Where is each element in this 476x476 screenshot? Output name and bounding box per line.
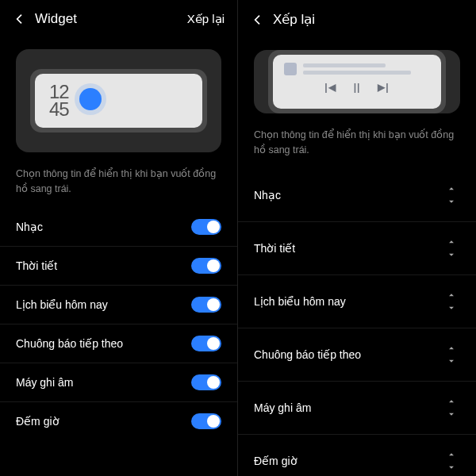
clock-minutes: 45 — [49, 101, 69, 118]
reorder-handle-icon[interactable] — [443, 286, 460, 317]
list-item[interactable]: Chuông báo tiếp theo — [238, 328, 476, 382]
toggle-switch[interactable] — [191, 297, 221, 313]
widget-toggle-list: Nhạc Thời tiết Lịch biểu hôm nay Chuông … — [0, 208, 237, 440]
clock-indicator-dot — [79, 88, 102, 110]
item-label: Lịch biểu hôm nay — [16, 298, 108, 311]
pause-icon: || — [354, 82, 361, 93]
widget-preview: 12 45 — [16, 49, 221, 152]
media-text-lines — [303, 63, 430, 75]
reorder-handle-icon[interactable] — [443, 446, 460, 476]
reorder-handle-icon[interactable] — [443, 180, 460, 210]
item-label: Thời tiết — [254, 242, 295, 255]
description-text: Chọn thông tin để hiển thị khi bạn vuốt … — [238, 125, 476, 169]
media-controls: |◀ || ▶| — [324, 82, 389, 93]
toggle-switch[interactable] — [191, 413, 221, 429]
item-label: Nhạc — [254, 189, 281, 202]
list-item[interactable]: Lịch biểu hôm nay — [238, 275, 476, 328]
toggle-switch[interactable] — [191, 336, 221, 351]
track-artist-placeholder — [303, 71, 411, 75]
preview-frame: |◀ || ▶| — [268, 50, 446, 113]
list-item[interactable]: Máy ghi âm — [0, 363, 237, 402]
back-icon[interactable] — [251, 13, 265, 27]
item-label: Máy ghi âm — [16, 376, 73, 389]
item-label: Đếm giờ — [254, 455, 298, 467]
widget-settings-pane: Widget Xếp lại 12 45 Chọn thông tin để h… — [0, 0, 238, 476]
toggle-switch[interactable] — [191, 258, 221, 274]
header: Widget Xếp lại — [0, 0, 237, 36]
reorder-action[interactable]: Xếp lại — [187, 12, 225, 26]
media-info — [284, 63, 430, 75]
page-title: Widget — [35, 11, 179, 27]
description-text: Chọn thông tin để hiển thị khi bạn vuốt … — [0, 163, 237, 208]
preview-frame: 12 45 — [30, 69, 207, 132]
back-icon[interactable] — [13, 12, 27, 26]
list-item[interactable]: Nhạc — [0, 208, 237, 247]
item-label: Đếm giờ — [16, 415, 60, 428]
list-item[interactable]: Đếm giờ — [0, 402, 237, 440]
item-label: Máy ghi âm — [254, 401, 311, 414]
widget-reorder-list: Nhạc Thời tiết Lịch biểu hôm nay Chuông … — [238, 169, 476, 477]
toggle-switch[interactable] — [191, 374, 221, 390]
item-label: Nhạc — [16, 221, 43, 233]
prev-track-icon: |◀ — [324, 82, 336, 93]
clock-time: 12 45 — [49, 83, 69, 117]
reorder-pane: Xếp lại |◀ || ▶| Chọn thông tin để hiể — [238, 0, 476, 476]
item-label: Lịch biểu hôm nay — [254, 295, 346, 308]
media-widget-card: |◀ || ▶| — [273, 55, 441, 109]
reorder-handle-icon[interactable] — [443, 233, 460, 263]
album-art-icon — [284, 63, 297, 75]
list-item[interactable]: Nhạc — [238, 169, 476, 222]
list-item[interactable]: Đếm giờ — [238, 435, 476, 477]
reorder-handle-icon[interactable] — [443, 340, 460, 370]
clock-widget-card: 12 45 — [35, 74, 202, 128]
list-item[interactable]: Chuông báo tiếp theo — [0, 324, 237, 363]
list-item[interactable]: Thời tiết — [238, 222, 476, 275]
list-item[interactable]: Máy ghi âm — [238, 382, 476, 435]
item-label: Chuông báo tiếp theo — [254, 348, 361, 361]
item-label: Thời tiết — [16, 259, 57, 272]
page-title: Xếp lại — [273, 11, 463, 28]
item-label: Chuông báo tiếp theo — [16, 337, 123, 350]
list-item[interactable]: Thời tiết — [0, 247, 237, 286]
next-track-icon: ▶| — [378, 82, 389, 93]
widget-preview: |◀ || ▶| — [254, 50, 460, 113]
reorder-handle-icon[interactable] — [443, 393, 460, 423]
list-item[interactable]: Lịch biểu hôm nay — [0, 286, 237, 324]
track-title-placeholder — [303, 63, 386, 67]
toggle-switch[interactable] — [191, 219, 221, 235]
header: Xếp lại — [238, 0, 476, 37]
